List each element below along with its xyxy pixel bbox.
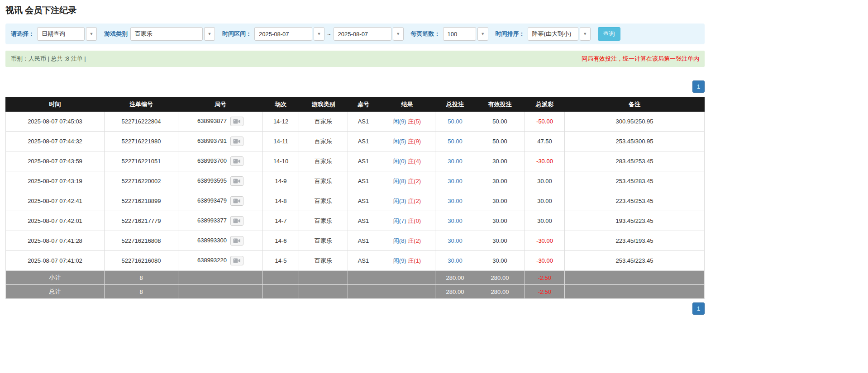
cell-total-bet: 50.00 <box>435 112 475 132</box>
chevron-down-icon[interactable]: ▼ <box>204 27 215 41</box>
pagination-bottom: 1 <box>5 302 705 315</box>
total-bet-link[interactable]: 30.00 <box>448 257 463 264</box>
cell-time: 2025-08-07 07:43:59 <box>6 151 105 171</box>
result-player: 闲(8) <box>393 178 406 184</box>
result-banker: 庄(2) <box>408 237 421 244</box>
cell-bet-number: 522716221051 <box>105 151 178 171</box>
table-header-row: 时间注单编号局号场次游戏类别桌号结果总投注有效投注总派彩备注 <box>6 98 705 112</box>
cell-time: 2025-08-07 07:45:03 <box>6 112 105 132</box>
cell-payout: -30.00 <box>525 231 565 251</box>
video-replay-button[interactable] <box>230 117 243 126</box>
cell-round-number: 638993791 <box>178 132 263 151</box>
page-button[interactable]: 1 <box>692 302 705 315</box>
total-bet-link[interactable]: 30.00 <box>448 178 463 184</box>
cell-game-type: 百家乐 <box>299 151 348 171</box>
column-header: 结果 <box>379 98 435 112</box>
table-footer-row: 小计8280.00280.00-2.50 <box>6 271 705 285</box>
column-header: 游戏类别 <box>299 98 348 112</box>
date-to-value[interactable]: 2025-08-07 <box>334 27 391 41</box>
video-replay-button[interactable] <box>230 196 243 206</box>
filter-group-page-size: 每页笔数： 100 ▼ <box>411 27 488 41</box>
cell-valid-bet: 30.00 <box>475 151 525 171</box>
cell-session: 14-12 <box>263 112 299 132</box>
cell-result: 闲(7) 庄(0) <box>379 211 435 231</box>
video-replay-button[interactable] <box>230 216 243 226</box>
cell-result: 闲(5) 庄(9) <box>379 132 435 151</box>
chevron-down-icon[interactable]: ▼ <box>314 27 324 41</box>
total-bet-link[interactable]: 50.00 <box>448 138 463 145</box>
cell-round-number: 638993479 <box>178 191 263 211</box>
cell-time: 2025-08-07 07:43:19 <box>6 171 105 191</box>
sort-dropdown[interactable]: 降幂(由大到小) ▼ <box>528 27 591 41</box>
cell-result: 闲(8) 庄(2) <box>379 171 435 191</box>
total-bet-link[interactable]: 30.00 <box>448 217 463 224</box>
date-from-picker[interactable]: 2025-08-07 ▼ <box>254 27 324 41</box>
cell-session: 14-7 <box>263 211 299 231</box>
game-type-value[interactable]: 百家乐 <box>130 27 203 41</box>
column-header: 时间 <box>6 98 105 112</box>
cell-valid-bet: 30.00 <box>475 251 525 271</box>
result-banker: 庄(0) <box>408 217 421 224</box>
cell-valid-bet: 50.00 <box>475 112 525 132</box>
video-camera-icon <box>233 198 241 204</box>
total-bet-link[interactable]: 30.00 <box>448 237 463 244</box>
video-camera-icon <box>233 158 241 164</box>
result-banker: 庄(9) <box>408 138 421 145</box>
page-button[interactable]: 1 <box>692 80 705 93</box>
video-replay-button[interactable] <box>230 137 243 146</box>
chevron-down-icon[interactable]: ▼ <box>86 27 97 41</box>
select-mode-dropdown[interactable]: 日期查询 ▼ <box>37 27 97 41</box>
cell-note: 300.95/250.95 <box>565 112 705 132</box>
pagination-top: 1 <box>5 80 705 93</box>
cell-payout: 30.00 <box>525 191 565 211</box>
page-size-value[interactable]: 100 <box>443 27 476 41</box>
cell-round-number: 638993700 <box>178 151 263 171</box>
page-size-dropdown[interactable]: 100 ▼ <box>443 27 488 41</box>
video-replay-button[interactable] <box>230 156 243 166</box>
video-replay-button[interactable] <box>230 256 243 265</box>
footer-label: 总计 <box>6 285 105 299</box>
footer-count: 8 <box>105 285 178 299</box>
summary-bar: 币别：人民币 | 总共 :8 注单 | 同局有效投注，统一计算在该局第一张注单内 <box>5 51 705 67</box>
total-bet-link[interactable]: 30.00 <box>448 158 463 165</box>
cell-total-bet: 30.00 <box>435 171 475 191</box>
footer-valid-bet: 280.00 <box>475 271 525 285</box>
column-header: 场次 <box>263 98 299 112</box>
chevron-down-icon[interactable]: ▼ <box>477 27 488 41</box>
cell-session: 14-11 <box>263 132 299 151</box>
table-body: 2025-08-07 07:45:03522716222804638993877… <box>6 112 705 299</box>
cell-game-type: 百家乐 <box>299 231 348 251</box>
date-to-picker[interactable]: 2025-08-07 ▼ <box>334 27 404 41</box>
cell-bet-number: 522716221980 <box>105 132 178 151</box>
round-number: 638993479 <box>197 197 227 204</box>
chevron-down-icon[interactable]: ▼ <box>393 27 404 41</box>
cell-total-bet: 30.00 <box>435 251 475 271</box>
total-bet-link[interactable]: 30.00 <box>448 198 463 204</box>
cell-valid-bet: 30.00 <box>475 171 525 191</box>
cell-note: 223.45/193.45 <box>565 231 705 251</box>
cell-game-type: 百家乐 <box>299 171 348 191</box>
total-bet-link[interactable]: 50.00 <box>448 118 463 125</box>
date-from-value[interactable]: 2025-08-07 <box>254 27 312 41</box>
cell-result: 闲(9) 庄(1) <box>379 251 435 271</box>
video-replay-button[interactable] <box>230 236 243 246</box>
cell-result: 闲(8) 庄(2) <box>379 231 435 251</box>
cell-table-number: AS1 <box>348 191 379 211</box>
select-mode-value[interactable]: 日期查询 <box>37 27 85 41</box>
chevron-down-icon[interactable]: ▼ <box>580 27 591 41</box>
cell-bet-number: 522716216808 <box>105 231 178 251</box>
select-mode-label: 请选择： <box>11 30 34 38</box>
cell-note: 223.45/253.45 <box>565 191 705 211</box>
cell-valid-bet: 50.00 <box>475 132 525 151</box>
game-type-dropdown[interactable]: 百家乐 ▼ <box>130 27 215 41</box>
cell-total-bet: 50.00 <box>435 132 475 151</box>
cell-bet-number: 522716220002 <box>105 171 178 191</box>
page-title: 视讯 会员下注纪录 <box>5 5 705 16</box>
video-replay-button[interactable] <box>230 176 243 186</box>
table-row: 2025-08-07 07:41:28522716216808638993300… <box>6 231 705 251</box>
cell-table-number: AS1 <box>348 211 379 231</box>
video-camera-icon <box>233 218 241 224</box>
search-button[interactable]: 查询 <box>598 27 620 41</box>
table-footer-row: 总计8280.00280.00-2.50 <box>6 285 705 299</box>
sort-value[interactable]: 降幂(由大到小) <box>528 27 578 41</box>
